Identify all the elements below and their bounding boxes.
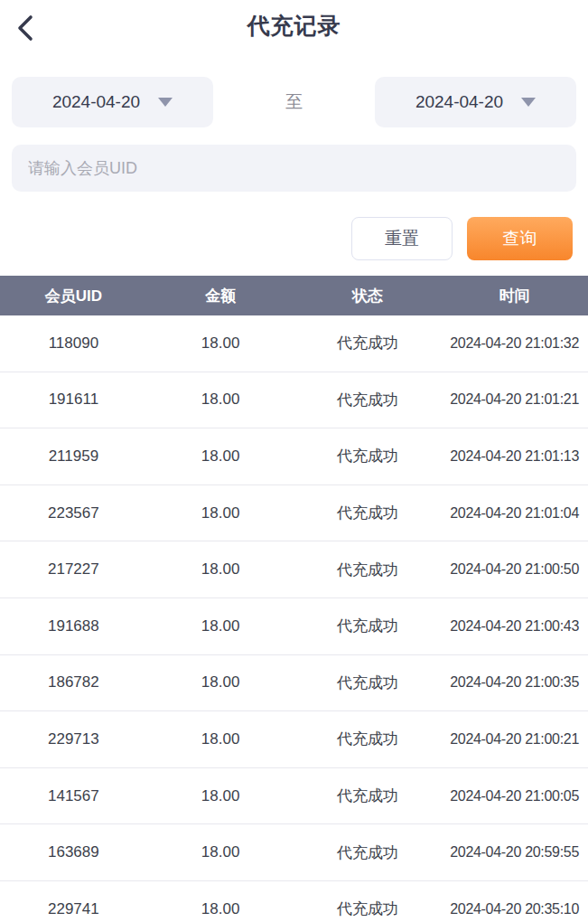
table-header-row: 会员UID 金额 状态 时间	[0, 276, 588, 315]
cell-member-uid: 186782	[0, 673, 147, 692]
cell-status: 代充成功	[294, 898, 442, 919]
top-bar: 代充记录	[0, 0, 588, 56]
cell-time: 2024-04-20 21:00:05	[441, 788, 588, 804]
cell-member-uid: 191611	[0, 390, 147, 409]
table-row[interactable]: 229713 18.00 代充成功 2024-04-20 21:00:21	[0, 711, 588, 768]
cell-time: 2024-04-20 20:35:10	[441, 901, 588, 917]
cell-member-uid: 141567	[0, 787, 147, 805]
cell-status: 代充成功	[294, 842, 442, 863]
table-row[interactable]: 191688 18.00 代充成功 2024-04-20 21:00:43	[0, 598, 588, 655]
column-header-status: 状态	[294, 286, 442, 306]
cell-member-uid: 118090	[0, 334, 147, 353]
cell-time: 2024-04-20 21:01:21	[441, 391, 588, 408]
cell-time: 2024-04-20 21:00:43	[441, 618, 588, 635]
column-header-time: 时间	[441, 286, 588, 306]
cell-member-uid: 191688	[0, 617, 147, 635]
cell-status: 代充成功	[294, 333, 442, 353]
table-row[interactable]: 223567 18.00 代充成功 2024-04-20 21:01:04	[0, 485, 588, 542]
cell-amount: 18.00	[147, 504, 294, 522]
column-header-amount: 金额	[147, 286, 294, 306]
cell-status: 代充成功	[294, 446, 442, 466]
cell-amount: 18.00	[147, 843, 294, 861]
page-title: 代充记录	[0, 11, 588, 41]
cell-member-uid: 163689	[0, 843, 147, 861]
query-button[interactable]: 查询	[467, 217, 573, 260]
table-row[interactable]: 186782 18.00 代充成功 2024-04-20 21:00:35	[0, 655, 588, 712]
cell-time: 2024-04-20 21:01:04	[441, 505, 588, 522]
cell-amount: 18.00	[147, 390, 294, 409]
cell-time: 2024-04-20 21:00:35	[441, 674, 588, 691]
cell-amount: 18.00	[147, 334, 294, 353]
cell-member-uid: 229741	[0, 900, 147, 918]
records-table: 会员UID 金额 状态 时间 118090 18.00 代充成功 2024-04…	[0, 276, 588, 922]
cell-time: 2024-04-20 21:01:32	[441, 335, 588, 352]
cell-amount: 18.00	[147, 787, 294, 805]
cell-amount: 18.00	[147, 447, 294, 466]
action-button-row: 重置 查询	[12, 217, 576, 260]
date-from-select[interactable]: 2024-04-20	[12, 77, 213, 127]
chevron-down-icon	[521, 98, 536, 107]
date-range-row: 2024-04-20 至 2024-04-20	[12, 77, 576, 127]
table-row[interactable]: 191611 18.00 代充成功 2024-04-20 21:01:21	[0, 372, 588, 429]
date-to-select[interactable]: 2024-04-20	[375, 77, 576, 127]
cell-status: 代充成功	[294, 390, 442, 410]
cell-amount: 18.00	[147, 900, 294, 918]
cell-status: 代充成功	[294, 673, 442, 693]
cell-amount: 18.00	[147, 617, 294, 635]
column-header-uid: 会员UID	[0, 286, 147, 306]
cell-time: 2024-04-20 21:01:13	[441, 448, 588, 465]
table-row[interactable]: 217227 18.00 代充成功 2024-04-20 21:00:50	[0, 541, 588, 598]
table-row[interactable]: 163689 18.00 代充成功 2024-04-20 20:59:55	[0, 824, 588, 881]
table-body: 118090 18.00 代充成功 2024-04-20 21:01:32 19…	[0, 315, 588, 922]
cell-status: 代充成功	[294, 729, 442, 749]
cell-status: 代充成功	[294, 503, 442, 523]
cell-time: 2024-04-20 21:00:21	[441, 731, 588, 748]
cell-status: 代充成功	[294, 786, 442, 806]
cell-member-uid: 217227	[0, 560, 147, 579]
date-to-value: 2024-04-20	[415, 92, 503, 112]
cell-status: 代充成功	[294, 616, 442, 636]
chevron-down-icon	[158, 98, 173, 107]
cell-time: 2024-04-20 21:00:50	[441, 561, 588, 578]
cell-status: 代充成功	[294, 560, 442, 580]
table-row[interactable]: 229741 18.00 代充成功 2024-04-20 20:35:10	[0, 881, 588, 922]
date-range-to-label: 至	[213, 90, 375, 114]
cell-amount: 18.00	[147, 560, 294, 579]
table-row[interactable]: 118090 18.00 代充成功 2024-04-20 21:01:32	[0, 315, 588, 372]
member-uid-input[interactable]	[12, 145, 576, 192]
table-row[interactable]: 141567 18.00 代充成功 2024-04-20 21:00:05	[0, 768, 588, 825]
cell-member-uid: 211959	[0, 447, 147, 466]
date-from-value: 2024-04-20	[52, 92, 140, 112]
cell-amount: 18.00	[147, 730, 294, 748]
filter-section: 2024-04-20 至 2024-04-20 重置 查询	[0, 77, 588, 260]
cell-member-uid: 223567	[0, 504, 147, 522]
cell-member-uid: 229713	[0, 730, 147, 748]
cell-time: 2024-04-20 20:59:55	[441, 844, 588, 861]
table-row[interactable]: 211959 18.00 代充成功 2024-04-20 21:01:13	[0, 428, 588, 485]
cell-amount: 18.00	[147, 673, 294, 692]
reset-button[interactable]: 重置	[351, 217, 453, 260]
